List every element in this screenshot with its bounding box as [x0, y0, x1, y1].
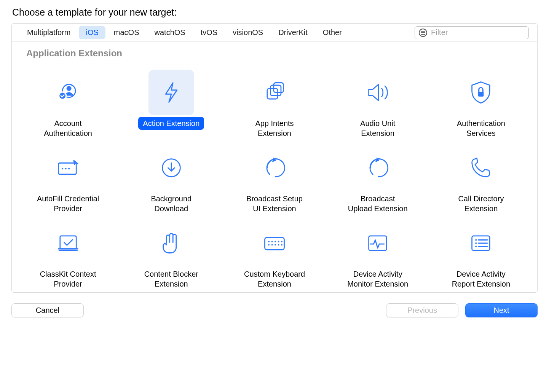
- template-item-label: Call Directory Extension: [453, 192, 508, 215]
- platform-tabs-toolbar: Multiplatform iOS macOS watchOS tvOS vis…: [12, 24, 537, 42]
- tab-driverkit[interactable]: DriverKit: [271, 26, 314, 39]
- template-item[interactable]: Custom Keyboard Extension: [223, 219, 325, 290]
- template-item[interactable]: Broadcast Setup UI Extension: [223, 143, 325, 215]
- template-item[interactable]: Account Authentication: [17, 68, 119, 140]
- template-item-label: Device Activity Report Extension: [447, 268, 515, 290]
- template-item-label: Account Authentication: [39, 117, 97, 140]
- classkit-icon: [45, 220, 91, 266]
- templates-grid: Account AuthenticationAction ExtensionAp…: [16, 64, 533, 292]
- template-panel: Multiplatform iOS macOS watchOS tvOS vis…: [11, 23, 538, 293]
- tab-watchos[interactable]: watchOS: [148, 26, 192, 39]
- account-auth-icon: [45, 70, 91, 115]
- template-item[interactable]: AutoFill Credential Provider: [17, 143, 119, 215]
- template-item-label: Authentication Services: [452, 117, 510, 140]
- template-item-label: Custom Keyboard Extension: [239, 268, 310, 290]
- template-item[interactable]: Action Extension: [120, 68, 222, 140]
- template-item-label: Audio Unit Extension: [356, 117, 400, 140]
- template-item-label: Background Download: [146, 192, 196, 215]
- template-item[interactable]: Authentication Services: [430, 68, 532, 140]
- activity-monitor-icon: [355, 220, 401, 266]
- credential-icon: [45, 145, 91, 191]
- template-item[interactable]: Device Activity Monitor Extension: [327, 219, 429, 290]
- template-item-label: App Intents Extension: [251, 117, 298, 140]
- filter-input[interactable]: [430, 28, 525, 37]
- refresh-icon: [252, 145, 297, 191]
- keyboard-icon: [252, 220, 297, 266]
- template-item[interactable]: ClassKit Context Provider: [17, 219, 119, 290]
- template-item[interactable]: Call Directory Extension: [430, 143, 532, 215]
- template-item[interactable]: Audio Unit Extension: [327, 68, 429, 140]
- section-header-application-extension: Application Extension: [16, 42, 533, 64]
- shield-lock-icon: [458, 70, 504, 115]
- template-item[interactable]: Device Activity Report Extension: [430, 219, 532, 290]
- bolt-icon: [148, 70, 194, 115]
- template-item[interactable]: Background Download: [120, 143, 222, 215]
- previous-button: Previous: [386, 303, 458, 317]
- download-circle-icon: [148, 145, 194, 191]
- filter-field-wrap[interactable]: [415, 26, 529, 39]
- sheet-title: Choose a template for your new target:: [12, 7, 538, 18]
- template-item-label: Broadcast Setup UI Extension: [242, 192, 307, 215]
- report-list-icon: [458, 220, 504, 266]
- tab-macos[interactable]: macOS: [107, 26, 146, 39]
- footer-buttons: Cancel Previous Next: [11, 303, 538, 317]
- tab-tvos[interactable]: tvOS: [194, 26, 224, 39]
- templates-scroll-area[interactable]: Application Extension Account Authentica…: [12, 42, 537, 292]
- next-button[interactable]: Next: [465, 303, 538, 317]
- phone-icon: [458, 145, 504, 191]
- refresh-icon: [355, 145, 401, 191]
- template-item-label: ClassKit Context Provider: [35, 268, 101, 290]
- template-item[interactable]: Broadcast Upload Extension: [327, 143, 429, 215]
- stacked-squares-icon: [252, 70, 297, 115]
- template-item-label: Device Activity Monitor Extension: [343, 268, 413, 290]
- tab-visionos[interactable]: visionOS: [226, 26, 270, 39]
- tab-other[interactable]: Other: [316, 26, 349, 39]
- tab-ios[interactable]: iOS: [79, 26, 105, 39]
- tab-multiplatform[interactable]: Multiplatform: [20, 26, 77, 39]
- template-item-label: Broadcast Upload Extension: [343, 192, 412, 215]
- template-item[interactable]: Content Blocker Extension: [120, 219, 222, 290]
- hand-icon: [148, 220, 194, 266]
- template-item[interactable]: App Intents Extension: [223, 68, 325, 140]
- template-item-label: Content Blocker Extension: [140, 268, 203, 290]
- template-item-label: Action Extension: [138, 117, 204, 130]
- filter-icon: [419, 29, 427, 37]
- template-item-label: AutoFill Credential Provider: [32, 192, 104, 215]
- cancel-button[interactable]: Cancel: [11, 303, 84, 317]
- speaker-icon: [355, 70, 401, 115]
